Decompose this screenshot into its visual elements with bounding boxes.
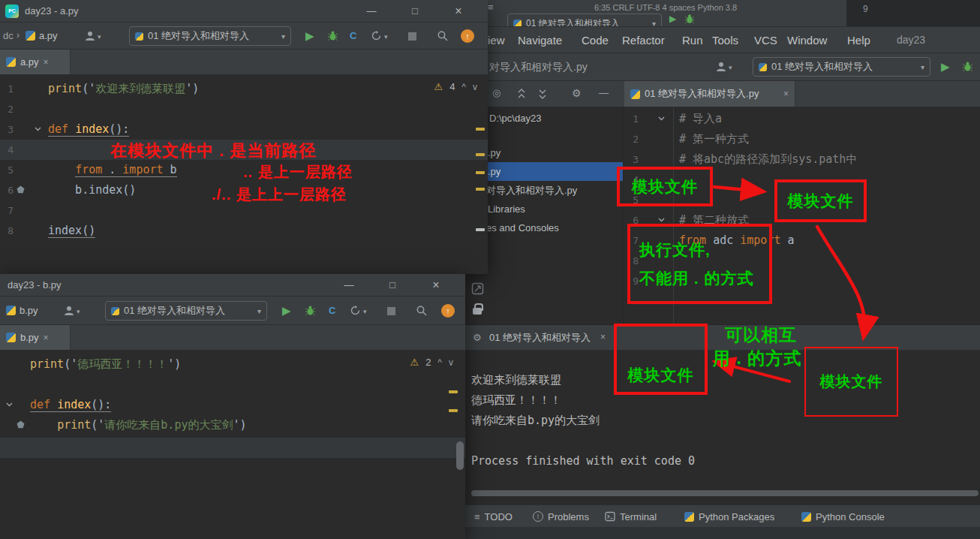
tree-item-module-file[interactable]: 对导入和相对导入.py (465, 181, 623, 200)
stripe-mark[interactable] (449, 390, 458, 393)
locate-file-icon[interactable]: ◎ (492, 87, 501, 98)
run-button[interactable]: ▶ (305, 30, 314, 41)
fold-chevron-icon[interactable] (658, 218, 665, 222)
close-icon[interactable]: × (44, 57, 49, 68)
gear-icon[interactable]: ⚙ (572, 87, 582, 99)
console-tab-label[interactable]: 01 绝对导入和相对导入 (489, 331, 591, 345)
breadcrumb-file[interactable]: a.py (39, 30, 58, 41)
editor-tab-main[interactable]: 01 绝对导入和相对导入.py × (624, 81, 795, 107)
editor-tab-bpy[interactable]: b.py × (0, 325, 71, 350)
tree-item-external-libraries[interactable]: Libraries (465, 200, 623, 218)
code-line: print('请你吃来自b.py的大宝剑') (30, 415, 247, 435)
code-line: # 导入a (679, 109, 722, 129)
debug-bug-icon[interactable] (684, 14, 695, 24)
profiler-icon[interactable] (371, 30, 382, 41)
coverage-icon[interactable]: C (329, 305, 335, 316)
breadcrumb-project[interactable]: dc (3, 30, 14, 41)
minimize-button[interactable]: — (350, 1, 393, 22)
editor-tab-apy[interactable]: a.py × (0, 50, 71, 74)
close-icon[interactable]: × (783, 89, 789, 99)
python-icon (111, 307, 119, 315)
menu-run[interactable]: Run (682, 27, 703, 53)
expand-all-icon[interactable] (516, 89, 527, 99)
menu-tools[interactable]: Tools (712, 27, 738, 53)
tool-terminal[interactable]: Terminal (605, 505, 657, 528)
close-button[interactable]: × (437, 1, 480, 22)
debug-bug-icon[interactable] (327, 30, 338, 41)
tool-todo[interactable]: ≡ TODO (474, 505, 513, 528)
update-button[interactable]: ↑ (461, 29, 474, 43)
search-icon[interactable] (437, 30, 449, 42)
tool-problems[interactable]: ! Problems (533, 505, 589, 528)
console-output: Process finished with exit code 0 (471, 451, 695, 471)
debug-bug-icon[interactable] (962, 61, 973, 72)
update-button[interactable]: ↑ (441, 304, 455, 318)
coverage-icon[interactable]: C (350, 30, 356, 41)
fold-chevron-icon[interactable] (658, 116, 665, 121)
menu-navigate[interactable]: Navigate (518, 27, 562, 53)
tool-python-console[interactable]: Python Console (801, 505, 885, 528)
run-config-select[interactable]: 01 绝对导入和相对导入 ▾ (105, 301, 267, 321)
run-button[interactable]: ▶ (941, 61, 950, 72)
editor-b[interactable]: print('德玛西亚！！！！') def index(): print('请你… (0, 351, 465, 539)
profiler-icon[interactable] (350, 305, 361, 316)
tree-item-scratches[interactable]: es and Consoles (465, 218, 623, 237)
user-icon[interactable] (715, 61, 727, 73)
run-button[interactable]: ▶ (669, 14, 676, 23)
close-icon[interactable]: × (600, 332, 606, 342)
menu-help[interactable]: Help (847, 27, 870, 53)
menu-refactor[interactable]: Refactor (622, 27, 665, 53)
line-number: 8 (0, 221, 14, 241)
stripe-mark[interactable] (476, 171, 485, 174)
debug-bug-icon[interactable] (305, 305, 316, 316)
close-icon[interactable]: × (44, 333, 49, 343)
titlebar-b[interactable]: day23 - b.py — □ × (0, 274, 465, 297)
stop-button[interactable] (387, 307, 395, 315)
lock-icon[interactable] (473, 308, 482, 315)
maximize-button[interactable]: □ (371, 275, 414, 296)
stripe-mark[interactable] (476, 128, 485, 131)
next-warning-icon[interactable]: v (449, 358, 453, 367)
minimize-button[interactable]: — (327, 275, 371, 296)
menu-icon[interactable]: ≡ (488, 2, 494, 13)
console-settings-icon[interactable] (471, 282, 484, 295)
breadcrumb[interactable]: 对导入和相对导入.py (489, 61, 588, 74)
close-button[interactable]: × (414, 275, 458, 296)
run-config-select-top[interactable]: 01 绝对导入和相对导入 ▾ (507, 14, 662, 27)
maximize-button[interactable]: □ (393, 1, 437, 22)
tree-item-apy[interactable]: .py (465, 143, 623, 162)
prev-warning-icon[interactable]: ^ (461, 83, 466, 92)
stripe-mark[interactable] (449, 409, 458, 412)
run-config-label: 01 绝对导入和相对导入 (771, 60, 873, 74)
inspection-widget[interactable]: ⚠ 4 ^ v (434, 81, 477, 92)
menu-window[interactable]: Window (787, 27, 827, 53)
fold-chevron-icon[interactable] (6, 402, 13, 407)
collapse-all-icon[interactable] (537, 89, 548, 99)
tree-item-bpy-selected[interactable]: .py (465, 162, 623, 181)
run-button[interactable]: ▶ (282, 305, 291, 316)
search-icon[interactable] (416, 305, 428, 317)
stripe-mark[interactable] (476, 153, 485, 156)
run-config-select[interactable]: 01 绝对导入和相对导入 ▾ (129, 26, 291, 46)
run-config-select[interactable]: 01 绝对导入和相对导入 ▾ (753, 57, 930, 77)
stripe-mark[interactable] (476, 228, 485, 231)
menu-view[interactable]: iew (488, 27, 505, 53)
inspection-widget[interactable]: ⚠ 2 ^ v (410, 357, 453, 368)
user-icon[interactable] (63, 305, 75, 317)
user-icon[interactable] (84, 30, 96, 42)
menu-code[interactable]: Code (582, 27, 609, 53)
stop-button[interactable] (408, 32, 416, 41)
tree-root[interactable]: D:\pc\day23 (465, 109, 623, 128)
menu-vcs[interactable]: VCS (754, 27, 777, 53)
stripe-mark[interactable] (476, 188, 485, 191)
horizontal-scrollbar[interactable] (471, 490, 978, 496)
breadcrumb-file[interactable]: b.py (20, 305, 38, 316)
titlebar-a[interactable]: PC day23 - a.py — □ × (0, 0, 488, 23)
tool-python-packages[interactable]: Python Packages (684, 505, 774, 528)
fold-chevron-icon[interactable] (35, 127, 41, 131)
prev-warning-icon[interactable]: ^ (437, 358, 442, 367)
next-warning-icon[interactable]: v (473, 83, 477, 92)
hide-panel-icon[interactable]: — (599, 87, 609, 98)
scrollbar-thumb[interactable] (456, 441, 464, 470)
annotation-label: 不能用 . 的方式 (639, 268, 754, 289)
